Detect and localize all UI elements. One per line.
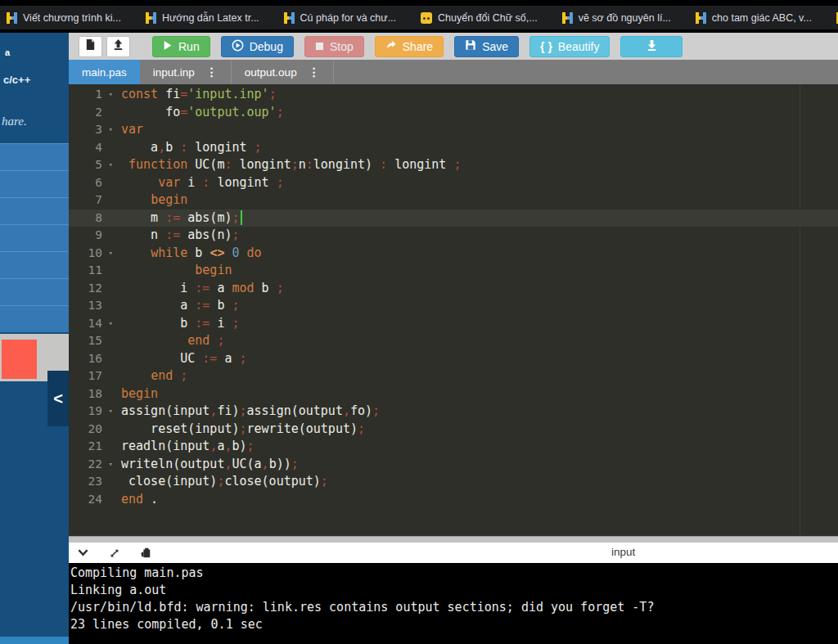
tab-main.pas[interactable]: main.pas: [69, 60, 140, 84]
code-line: 7 begin: [69, 191, 838, 209]
save-button[interactable]: Save: [454, 36, 519, 57]
line-number: 19▾: [69, 403, 116, 421]
code-line: 10▾ while b <> 0 do: [69, 245, 838, 263]
code-text: var: [116, 121, 143, 139]
fold-arrow-icon[interactable]: ▾: [109, 156, 113, 174]
code-line: 5▾ function UC(m: longint;n:longint) : l…: [69, 156, 838, 174]
stop-icon: [315, 40, 324, 53]
code-text: close(input);close(output);: [116, 473, 328, 491]
bookmark-item[interactable]: Viết chương trình ki...: [7, 12, 121, 24]
h-favicon: [284, 12, 295, 24]
tab-label: output.oup: [245, 66, 297, 79]
code-line: 16 UC := a ;: [69, 350, 838, 368]
line-number: 2: [69, 104, 116, 122]
code-line: 13 a := b ;: [69, 297, 838, 315]
tab-menu-icon[interactable]: ⋮: [206, 66, 218, 78]
sidebar-menu-item[interactable]: [0, 251, 69, 278]
line-number: 15: [69, 332, 116, 350]
bookmark-item[interactable]: cho tam giác ABC, v...: [696, 12, 812, 24]
tab-menu-icon[interactable]: ⋮: [309, 66, 320, 78]
sidebar-menu-item[interactable]: [0, 170, 69, 197]
main-panel: Run Debug Stop Share: [69, 33, 838, 644]
code-line: 2 fo='output.oup';: [69, 104, 838, 122]
code-text: UC := a ;: [116, 350, 247, 368]
code-text: end .: [116, 491, 158, 509]
share-button-label: Share: [403, 40, 433, 53]
tab-input.inp[interactable]: input.inp⋮: [140, 60, 232, 84]
console-resize-handle[interactable]: [69, 536, 838, 543]
editor-lines: 1▾const fi='input.inp';2 fo='output.oup'…: [69, 86, 838, 508]
save-icon: [465, 39, 476, 53]
share-button[interactable]: Share: [375, 36, 444, 57]
ide-toolbar: Run Debug Stop Share: [69, 33, 838, 60]
code-line: 22▾writeln(output,UC(a,b));: [69, 456, 838, 474]
sidebar-bottom-strip: [0, 637, 69, 644]
sidebar-menu-item[interactable]: [0, 224, 69, 251]
code-text: i := a mod b ;: [116, 280, 284, 298]
line-number: 14▾: [69, 315, 116, 333]
fold-arrow-icon[interactable]: ▾: [109, 456, 113, 474]
bookmark-item[interactable]: Chuyển đổi Chữ số,...: [421, 12, 538, 24]
code-line: 23 close(input);close(output);: [69, 473, 838, 491]
bookmark-item[interactable]: vẽ sơ đồ nguyên lí...: [562, 12, 671, 24]
code-line: 24end .: [69, 491, 838, 509]
sidebar-ad-image: [2, 340, 37, 379]
bookmark-label: cho tam giác ABC, v...: [712, 12, 812, 24]
download-icon: [646, 39, 658, 54]
line-number: 16: [69, 350, 116, 368]
browser-bookmarks-bar: Viết chương trình ki...Hướng dẫn Latex t…: [0, 0, 838, 33]
sidebar-menu-item[interactable]: [0, 197, 69, 224]
console-toolbar: input: [69, 543, 838, 563]
share-icon: [385, 39, 397, 53]
code-line: 21readln(input,a,b);: [69, 438, 838, 456]
line-number: 17: [69, 367, 116, 385]
upload-icon: [112, 38, 124, 54]
download-button[interactable]: [620, 36, 683, 57]
run-button[interactable]: Run: [152, 36, 210, 57]
tab-label: main.pas: [82, 66, 127, 79]
clear-console-icon[interactable]: [140, 547, 151, 559]
upload-button[interactable]: [106, 36, 130, 57]
code-text: a,b : longint ;: [116, 139, 262, 157]
sidebar-logo-fragment: a: [5, 47, 10, 57]
code-line: 1▾const fi='input.inp';: [69, 86, 838, 104]
tab-output.oup[interactable]: output.oup⋮: [232, 60, 334, 84]
code-text: begin: [116, 262, 232, 280]
code-text: b := i ;: [116, 315, 240, 333]
code-line: 20 reset(input);rewrite(output);: [69, 421, 838, 439]
tab-label: input.inp: [153, 66, 195, 79]
stop-button[interactable]: Stop: [304, 36, 364, 57]
beautify-button[interactable]: { } Beautify: [529, 36, 610, 57]
bookmark-item[interactable]: Hướng dẫn Latex tr...: [146, 12, 259, 24]
code-text: n := abs(n);: [116, 227, 240, 245]
new-file-button[interactable]: [79, 36, 102, 57]
line-number: 13: [69, 297, 116, 315]
sidebar-collapse-button[interactable]: <: [47, 371, 69, 426]
line-number: 22▾: [69, 456, 116, 474]
sidebar-menu-item[interactable]: [0, 305, 69, 332]
sidebar-menu-item[interactable]: [0, 278, 69, 305]
code-text: m := abs(m);: [116, 209, 242, 227]
sidebar-menu-item[interactable]: [0, 143, 69, 170]
code-line: 18begin: [69, 385, 838, 403]
code-text: const fi='input.inp';: [116, 86, 277, 104]
debug-button[interactable]: Debug: [221, 36, 294, 57]
expand-console-icon[interactable]: [109, 547, 120, 559]
bookmark-label: vẽ sơ đồ nguyên lí...: [579, 12, 671, 24]
play-icon: [163, 40, 173, 53]
code-line: 9 n := abs(n);: [69, 227, 838, 245]
code-editor[interactable]: 1▾const fi='input.inp';2 fo='output.oup'…: [69, 84, 838, 536]
collapse-console-icon[interactable]: [77, 547, 89, 558]
stop-button-label: Stop: [330, 40, 354, 53]
code-text: writeln(output,UC(a,b));: [116, 456, 299, 474]
code-text: reset(input);rewrite(output);: [116, 421, 365, 439]
fold-arrow-icon[interactable]: ▾: [109, 245, 113, 263]
line-number: 7: [69, 191, 116, 209]
fold-arrow-icon[interactable]: ▾: [109, 315, 113, 333]
code-line: 11 begin: [69, 262, 838, 280]
bookmark-item[interactable]: Cú pháp for và chư...: [284, 12, 396, 24]
fold-arrow-icon[interactable]: ▾: [109, 86, 113, 104]
fold-arrow-icon[interactable]: ▾: [109, 403, 113, 421]
fold-arrow-icon[interactable]: ▾: [109, 121, 113, 139]
line-number: 6: [69, 174, 116, 192]
